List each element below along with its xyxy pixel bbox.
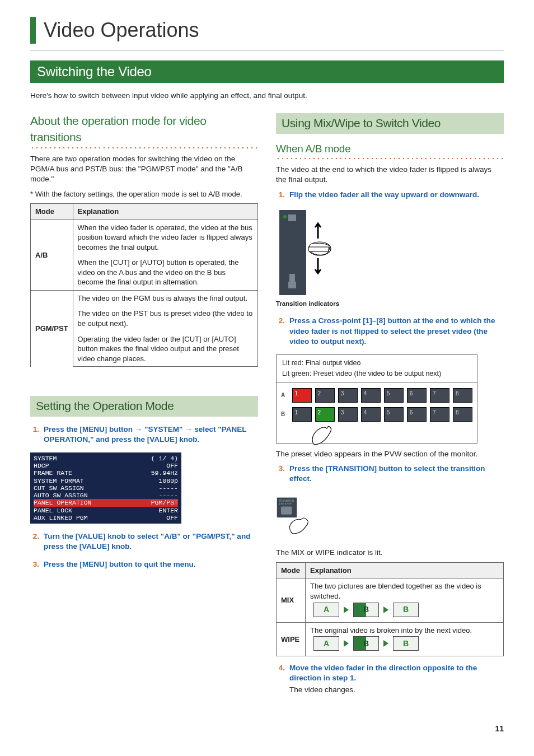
mode-table-h1: Mode: [31, 204, 73, 220]
intro-text: Here's how to switch between input video…: [30, 91, 504, 101]
setting-step2: Turn the [VALUE] knob to select "A/B" or…: [44, 531, 258, 552]
mix-wipe-table: Mode Explanation MIX The two pictures ar…: [276, 562, 504, 656]
wipe-expl: The original video is broken into by the…: [310, 626, 499, 636]
mix-expl: The two pictures are blended together as…: [310, 581, 499, 601]
seq-box-wipe: B: [353, 636, 379, 651]
svg-point-1: [283, 215, 287, 218]
triangle-right-icon: [344, 640, 349, 647]
svg-rect-10: [281, 507, 292, 515]
page-number: 11: [30, 724, 504, 734]
crosspoint-button[interactable]: 5: [384, 407, 404, 422]
row-b-label: B: [281, 410, 289, 418]
triangle-right-icon: [383, 606, 388, 613]
mode-ab-e1: When the video fader is operated, the vi…: [73, 220, 257, 255]
step-number: 1.: [276, 190, 285, 200]
crosspoint-button[interactable]: 7: [430, 388, 449, 403]
triangle-right-icon: [344, 606, 349, 613]
after-fig3: The MIX or WIPE indicator is lit.: [276, 548, 504, 558]
transition-figure: TRANSITION ● MIX ■ WIPE: [276, 494, 321, 542]
wipe-sequence: A B B: [310, 635, 499, 653]
setting-heading: Setting the Operation Mode: [30, 396, 258, 416]
fader-figure: [276, 208, 349, 297]
using-step1: Flip the video fader all the way upward …: [289, 190, 479, 200]
seq-box-a: A: [313, 603, 339, 617]
mode-pgm-e1: The video on the PGM bus is always the f…: [73, 290, 257, 306]
svg-text:TRANSITION: TRANSITION: [279, 500, 294, 502]
mw-h2: Explanation: [306, 562, 504, 578]
about-heading: About the operation mode for video trans…: [30, 113, 258, 145]
step-number: 1.: [30, 424, 39, 445]
title-rule: [30, 50, 504, 50]
step-number: 3.: [276, 464, 285, 484]
mode-pgm-e2: The video on the PST bus is preset video…: [73, 306, 257, 331]
using-step2: Press a Cross-point [1]–[8] button at th…: [289, 316, 504, 347]
about-p1: There are two operation modes for switch…: [30, 154, 258, 185]
step-number: 4.: [276, 663, 285, 696]
crosspoint-legend: Lit red: Final output video Lit green: P…: [276, 354, 477, 382]
crosspoint-button[interactable]: 4: [361, 407, 381, 422]
svg-rect-6: [308, 247, 329, 251]
crosspoint-button[interactable]: 2: [315, 407, 335, 422]
crosspoint-button[interactable]: 8: [453, 407, 472, 422]
crosspoint-button[interactable]: 6: [407, 388, 427, 403]
crosspoint-button[interactable]: 6: [407, 407, 427, 422]
step-number: 2.: [30, 531, 39, 552]
crosspoint-button[interactable]: 5: [384, 388, 404, 403]
mw-h1: Mode: [277, 562, 306, 578]
about-note: * With the factory settings, the operati…: [30, 189, 258, 199]
seq-box-mix: B: [353, 603, 379, 617]
crosspoint-button[interactable]: 3: [338, 388, 358, 403]
setting-step1: Press the [MENU] button → "SYSTEM" → sel…: [44, 424, 258, 445]
fader-caption: Transition indicators: [276, 300, 504, 309]
svg-text:● MIX ■ WIPE: ● MIX ■ WIPE: [279, 503, 292, 505]
hand-pointer-icon: [310, 423, 334, 445]
using-step4-after: The video changes.: [289, 685, 504, 695]
title-accent-bar: [30, 17, 36, 44]
mode-table: Mode Explanation A/B When the video fade…: [30, 203, 258, 367]
using-heading: Using Mix/Wipe to Switch Video: [276, 113, 504, 133]
triangle-right-icon: [383, 640, 388, 647]
setting-step3: Press the [MENU] button to quit the menu…: [44, 559, 196, 570]
abmode-heading: When A/B mode: [276, 142, 504, 156]
seq-box-b: B: [393, 636, 419, 651]
step-number: 2.: [276, 316, 285, 347]
page-title: Video Operations: [44, 17, 199, 44]
crosspoint-figure: A 1 2 3 4 5 6 7 8 B 1 2 3 4 5 6 7 8: [276, 382, 477, 444]
mode-pgm-e3: Operating the video fader or the [CUT] o…: [73, 332, 257, 367]
crosspoint-button[interactable]: 4: [361, 388, 381, 403]
svg-rect-2: [288, 214, 296, 221]
after-fig2: The preset video appears in the PVW sect…: [276, 449, 504, 459]
mix-label: MIX: [277, 578, 306, 622]
menu-screenshot: SYSTEM( 1/ 4)HDCPOFFFRAME RATE59.94HzSYS…: [30, 452, 181, 524]
mode-ab-e2: When the [CUT] or [AUTO] button is opera…: [73, 255, 257, 290]
crosspoint-button[interactable]: 7: [430, 407, 449, 422]
dotted-rule: [276, 157, 504, 160]
seq-box-a: A: [313, 636, 339, 651]
mode-table-h2: Explanation: [73, 204, 257, 220]
row-a-label: A: [281, 391, 289, 399]
svg-rect-4: [288, 282, 296, 288]
seq-box-b: B: [393, 603, 419, 617]
crosspoint-button[interactable]: 1: [292, 407, 312, 422]
mode-ab-label: A/B: [31, 220, 73, 290]
abmode-p: The video at the end to which the video …: [276, 165, 504, 185]
using-step3: Press the [TRANSITION] button to select …: [289, 464, 504, 484]
legend-green: Lit green: Preset video (the video to be…: [282, 370, 441, 377]
using-step4: Move the video fader in the direction op…: [289, 664, 477, 682]
crosspoint-button[interactable]: 8: [453, 388, 472, 403]
dotted-rule: [30, 146, 258, 150]
mix-sequence: A B B: [310, 601, 499, 619]
mode-pgm-label: PGM/PST: [31, 290, 73, 366]
step-number: 3.: [30, 559, 39, 570]
crosspoint-button[interactable]: 1: [292, 388, 312, 403]
wipe-label: WIPE: [277, 622, 306, 656]
crosspoint-button[interactable]: 2: [315, 388, 335, 403]
legend-red: Lit red: Final output video: [282, 359, 360, 367]
section-heading: Switching the Video: [30, 60, 504, 83]
crosspoint-button[interactable]: 3: [338, 407, 358, 422]
